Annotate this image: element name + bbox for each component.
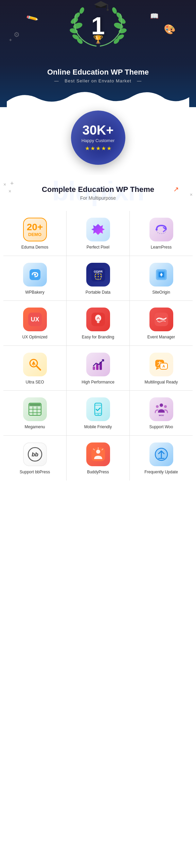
feature-seo: Ultra SEO <box>3 346 66 391</box>
subtitle-text: Best Seller on Envato Market <box>65 78 131 83</box>
gdpr-icon: GDPR ★ ★ ★ ★ ★ ★ ★ ★ ★ <box>86 263 110 287</box>
mobile-icon <box>86 397 110 421</box>
demos-label: Eduma Demos <box>21 245 48 250</box>
demo-number: 20+ <box>27 222 43 232</box>
feature-multilingual: 大 A Multilingual Ready <box>130 346 193 391</box>
rank-badge: 1 <box>68 14 129 38</box>
gdpr-svg: GDPR ★ ★ ★ ★ ★ ★ ★ ★ ★ <box>91 267 106 282</box>
feature-performance: High Performance <box>67 346 129 391</box>
svg-point-70 <box>96 450 100 454</box>
ux-label: UX Optimized <box>22 335 47 340</box>
stats-section: 30K+ Happy Customer ★ ★ ★ ★ ★ <box>0 107 196 175</box>
mobile-label: Mobile Friendly <box>84 425 112 430</box>
woo-icon: WOO <box>149 397 173 421</box>
cloud-wave-container <box>7 90 189 107</box>
svg-marker-18 <box>91 224 105 235</box>
pixel-icon <box>86 218 110 241</box>
event-icon <box>149 308 173 331</box>
feature-learnpress: LearnPress <box>130 211 193 256</box>
megamenu-label: Megamenu <box>24 425 45 430</box>
svg-point-35 <box>95 315 101 321</box>
book-icon: 📖 <box>150 12 159 20</box>
svg-point-21 <box>34 274 36 276</box>
svg-text:bb: bb <box>32 452 38 457</box>
siteorigin-svg <box>154 267 169 282</box>
multilingual-svg: 大 A <box>154 357 169 372</box>
feature-gdpr: GDPR ★ ★ ★ ★ ★ ★ ★ ★ ★ Portable Data <box>67 256 129 301</box>
buddypress-icon <box>86 442 110 466</box>
feature-pixel: Perfect Pixel <box>67 211 129 256</box>
gdpr-label: Portable Data <box>86 290 110 295</box>
hero-subtitle: — Best Seller on Envato Market — <box>7 78 189 83</box>
svg-rect-45 <box>93 367 95 370</box>
feature-update: Frequently Update <box>130 436 193 480</box>
stats-circle: 30K+ Happy Customer ★ ★ ★ ★ ★ <box>71 111 125 165</box>
seo-icon <box>23 353 47 376</box>
svg-line-43 <box>36 366 40 370</box>
feature-ux: UX UX Optimized <box>3 301 66 346</box>
gear-icon: ⚙ <box>14 31 20 39</box>
svg-text:★ ★ ★: ★ ★ ★ <box>95 278 101 280</box>
features-section: 20+ DEMO Eduma Demos Perf <box>0 208 196 487</box>
performance-icon <box>86 353 110 376</box>
star-2: ★ <box>90 145 95 152</box>
svg-text:A: A <box>162 364 165 368</box>
siteorigin-label: SiteOrigin <box>152 290 170 295</box>
feature-demos: 20+ DEMO Eduma Demos <box>3 211 66 256</box>
hero-section: ✏️ 📖 🎨 ⚙ ✦ <box>0 0 196 107</box>
star-5: ★ <box>107 145 111 152</box>
wpbakery-icon <box>23 263 47 287</box>
svg-rect-46 <box>96 364 99 370</box>
update-svg <box>154 447 169 462</box>
buddypress-svg <box>91 447 106 462</box>
wpbakery-svg <box>28 267 42 282</box>
ux-icon: UX <box>23 308 47 331</box>
description-title: Complete Education WP Theme <box>7 185 189 194</box>
pixel-svg <box>91 222 106 237</box>
svg-point-17 <box>107 9 109 11</box>
update-icon <box>149 442 173 466</box>
svg-text:WOO: WOO <box>159 414 164 416</box>
star-deco-icon: ✦ <box>8 37 13 43</box>
feature-wpbakery: WPBakery <box>3 256 66 301</box>
description-section: × × + ↗ × blupixn Complete Education WP … <box>0 175 196 208</box>
star-3: ★ <box>96 145 101 152</box>
branding-icon <box>86 308 110 331</box>
siteorigin-icon <box>149 263 173 287</box>
ux-svg: UX <box>28 312 42 327</box>
megamenu-svg <box>28 402 42 417</box>
wpbakery-label: WPBakery <box>25 290 44 295</box>
seo-svg <box>28 357 42 372</box>
buddypress-label: BuddyPress <box>87 470 109 475</box>
stats-number: 30K+ <box>83 124 114 137</box>
performance-svg <box>91 357 106 372</box>
mobile-svg <box>91 402 106 417</box>
feature-woo: WOO Support Woo <box>130 391 193 435</box>
svg-point-64 <box>156 405 159 408</box>
subtitle-dash-right: — <box>137 78 142 83</box>
svg-point-41 <box>160 318 163 320</box>
deco-x-1: × <box>3 182 6 187</box>
demo-text: DEMO <box>27 232 43 237</box>
palette-icon: 🎨 <box>164 24 176 35</box>
svg-text:UX: UX <box>31 316 39 323</box>
stats-label: Happy Customer <box>82 138 115 143</box>
learnpress-icon <box>149 218 173 241</box>
bbpress-icon: bb <box>23 442 47 466</box>
multilingual-icon: 大 A <box>149 353 173 376</box>
svg-rect-36 <box>97 321 100 322</box>
multilingual-label: Multilingual Ready <box>144 380 178 385</box>
star-4: ★ <box>101 145 106 152</box>
pixel-label: Perfect Pixel <box>87 245 109 250</box>
woo-svg: WOO <box>154 402 169 417</box>
bbpress-label: Support bbPress <box>20 470 50 475</box>
seo-label: Ultra SEO <box>25 380 44 385</box>
svg-point-19 <box>156 229 158 231</box>
feature-bbpress: bb Support bbPress <box>3 436 66 480</box>
deco-x-3: × <box>190 192 193 197</box>
hero-decoration-area: ✏️ 📖 🎨 ⚙ ✦ <box>7 10 189 64</box>
event-label: Event Manager <box>147 335 175 340</box>
feature-megamenu: Megamenu <box>3 391 66 435</box>
cloud-wave-svg <box>7 90 189 107</box>
woo-label: Support Woo <box>149 425 173 430</box>
